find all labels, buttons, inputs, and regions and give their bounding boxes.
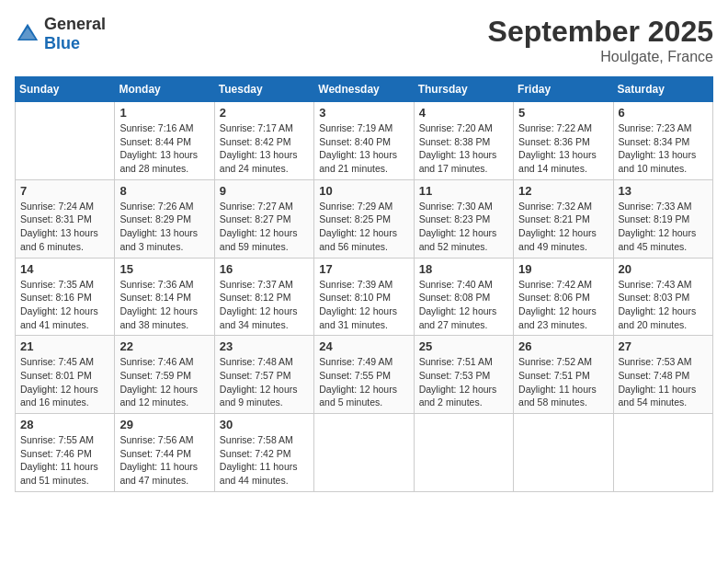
day-number: 10 xyxy=(319,184,408,198)
day-cell: 22Sunrise: 7:46 AMSunset: 7:59 PMDayligh… xyxy=(115,336,214,414)
day-number: 20 xyxy=(619,262,708,276)
day-info: Sunrise: 7:20 AMSunset: 8:38 PMDaylight:… xyxy=(419,121,508,176)
day-info: Sunrise: 7:45 AMSunset: 8:01 PMDaylight:… xyxy=(20,355,109,409)
day-info: Sunrise: 7:46 AMSunset: 7:59 PMDaylight:… xyxy=(119,355,209,409)
day-number: 22 xyxy=(119,339,209,353)
col-header-wednesday: Wednesday xyxy=(314,77,414,102)
day-info: Sunrise: 7:26 AMSunset: 8:29 PMDaylight:… xyxy=(119,200,209,254)
week-row-5: 28Sunrise: 7:55 AMSunset: 7:46 PMDayligh… xyxy=(16,414,713,492)
day-number: 11 xyxy=(419,184,508,198)
day-number: 27 xyxy=(619,339,708,353)
day-cell xyxy=(514,414,613,492)
day-cell: 9Sunrise: 7:27 AMSunset: 8:27 PMDaylight… xyxy=(214,179,313,258)
day-number: 14 xyxy=(20,262,109,276)
week-row-2: 7Sunrise: 7:24 AMSunset: 8:31 PMDaylight… xyxy=(16,179,713,258)
day-cell: 27Sunrise: 7:53 AMSunset: 7:48 PMDayligh… xyxy=(613,336,712,414)
day-cell: 12Sunrise: 7:32 AMSunset: 8:21 PMDayligh… xyxy=(514,179,613,258)
day-number: 3 xyxy=(319,106,408,120)
day-number: 16 xyxy=(220,262,309,276)
col-header-monday: Monday xyxy=(115,77,214,102)
day-number: 24 xyxy=(319,339,408,353)
day-info: Sunrise: 7:22 AMSunset: 8:36 PMDaylight:… xyxy=(518,121,608,176)
day-number: 26 xyxy=(518,339,608,353)
day-number: 2 xyxy=(220,106,309,120)
day-number: 17 xyxy=(319,262,408,276)
day-info: Sunrise: 7:42 AMSunset: 8:06 PMDaylight:… xyxy=(518,278,608,332)
day-number: 7 xyxy=(20,184,109,198)
day-info: Sunrise: 7:33 AMSunset: 8:19 PMDaylight:… xyxy=(619,200,708,254)
day-info: Sunrise: 7:49 AMSunset: 7:55 PMDaylight:… xyxy=(319,355,408,409)
logo-general-text: General xyxy=(44,15,106,33)
day-info: Sunrise: 7:43 AMSunset: 8:03 PMDaylight:… xyxy=(619,278,708,332)
day-cell: 2Sunrise: 7:17 AMSunset: 8:42 PMDaylight… xyxy=(214,102,313,180)
day-info: Sunrise: 7:35 AMSunset: 8:16 PMDaylight:… xyxy=(20,278,109,332)
day-number: 29 xyxy=(119,418,209,431)
day-number: 9 xyxy=(220,184,309,198)
day-info: Sunrise: 7:27 AMSunset: 8:27 PMDaylight:… xyxy=(220,200,309,254)
day-info: Sunrise: 7:55 AMSunset: 7:46 PMDaylight:… xyxy=(20,433,109,488)
day-cell: 5Sunrise: 7:22 AMSunset: 8:36 PMDaylight… xyxy=(514,102,613,180)
col-header-tuesday: Tuesday xyxy=(214,77,313,102)
day-info: Sunrise: 7:48 AMSunset: 7:57 PMDaylight:… xyxy=(220,355,309,409)
day-info: Sunrise: 7:19 AMSunset: 8:40 PMDaylight:… xyxy=(319,121,408,176)
day-cell: 1Sunrise: 7:16 AMSunset: 8:44 PMDaylight… xyxy=(115,102,214,180)
day-number: 5 xyxy=(518,106,608,120)
day-info: Sunrise: 7:29 AMSunset: 8:25 PMDaylight:… xyxy=(319,200,408,254)
day-info: Sunrise: 7:53 AMSunset: 7:48 PMDaylight:… xyxy=(619,355,708,409)
day-info: Sunrise: 7:23 AMSunset: 8:34 PMDaylight:… xyxy=(619,121,708,176)
day-number: 19 xyxy=(518,262,608,276)
day-cell: 7Sunrise: 7:24 AMSunset: 8:31 PMDaylight… xyxy=(16,179,115,258)
day-number: 8 xyxy=(119,184,209,198)
day-cell: 16Sunrise: 7:37 AMSunset: 8:12 PMDayligh… xyxy=(214,258,313,336)
day-info: Sunrise: 7:52 AMSunset: 7:51 PMDaylight:… xyxy=(518,355,608,409)
day-cell: 23Sunrise: 7:48 AMSunset: 7:57 PMDayligh… xyxy=(214,336,313,414)
day-number: 18 xyxy=(419,262,508,276)
day-number: 28 xyxy=(20,418,109,431)
day-info: Sunrise: 7:30 AMSunset: 8:23 PMDaylight:… xyxy=(419,200,508,254)
day-info: Sunrise: 7:24 AMSunset: 8:31 PMDaylight:… xyxy=(20,200,109,254)
col-header-friday: Friday xyxy=(514,77,613,102)
month-title: September 2025 xyxy=(488,15,713,49)
day-cell xyxy=(314,414,414,492)
day-cell: 25Sunrise: 7:51 AMSunset: 7:53 PMDayligh… xyxy=(414,336,513,414)
location-title: Houlgate, France xyxy=(488,49,713,65)
logo: General Blue xyxy=(15,15,106,53)
day-cell: 24Sunrise: 7:49 AMSunset: 7:55 PMDayligh… xyxy=(314,336,414,414)
week-row-4: 21Sunrise: 7:45 AMSunset: 8:01 PMDayligh… xyxy=(16,336,713,414)
day-cell: 29Sunrise: 7:56 AMSunset: 7:44 PMDayligh… xyxy=(115,414,214,492)
day-cell: 8Sunrise: 7:26 AMSunset: 8:29 PMDaylight… xyxy=(115,179,214,258)
day-cell: 30Sunrise: 7:58 AMSunset: 7:42 PMDayligh… xyxy=(214,414,313,492)
page-header: General Blue September 2025 Houlgate, Fr… xyxy=(15,15,713,65)
logo-blue-text: Blue xyxy=(44,34,80,52)
day-number: 1 xyxy=(119,106,209,120)
col-header-saturday: Saturday xyxy=(613,77,712,102)
day-cell: 13Sunrise: 7:33 AMSunset: 8:19 PMDayligh… xyxy=(613,179,712,258)
day-cell: 20Sunrise: 7:43 AMSunset: 8:03 PMDayligh… xyxy=(613,258,712,336)
day-cell: 6Sunrise: 7:23 AMSunset: 8:34 PMDaylight… xyxy=(613,102,712,180)
logo-icon xyxy=(15,21,40,47)
day-number: 30 xyxy=(220,418,309,431)
day-cell: 3Sunrise: 7:19 AMSunset: 8:40 PMDaylight… xyxy=(314,102,414,180)
calendar-table: SundayMondayTuesdayWednesdayThursdayFrid… xyxy=(15,76,713,492)
day-info: Sunrise: 7:58 AMSunset: 7:42 PMDaylight:… xyxy=(220,433,309,488)
day-cell xyxy=(16,102,115,180)
day-cell: 19Sunrise: 7:42 AMSunset: 8:06 PMDayligh… xyxy=(514,258,613,336)
day-cell: 11Sunrise: 7:30 AMSunset: 8:23 PMDayligh… xyxy=(414,179,513,258)
day-info: Sunrise: 7:32 AMSunset: 8:21 PMDaylight:… xyxy=(518,200,608,254)
day-cell: 17Sunrise: 7:39 AMSunset: 8:10 PMDayligh… xyxy=(314,258,414,336)
day-cell: 14Sunrise: 7:35 AMSunset: 8:16 PMDayligh… xyxy=(16,258,115,336)
day-info: Sunrise: 7:56 AMSunset: 7:44 PMDaylight:… xyxy=(119,433,209,488)
day-info: Sunrise: 7:16 AMSunset: 8:44 PMDaylight:… xyxy=(119,121,209,176)
day-number: 12 xyxy=(518,184,608,198)
day-info: Sunrise: 7:17 AMSunset: 8:42 PMDaylight:… xyxy=(220,121,309,176)
day-cell: 21Sunrise: 7:45 AMSunset: 8:01 PMDayligh… xyxy=(16,336,115,414)
week-row-3: 14Sunrise: 7:35 AMSunset: 8:16 PMDayligh… xyxy=(16,258,713,336)
day-number: 21 xyxy=(20,339,109,353)
day-number: 13 xyxy=(619,184,708,198)
day-info: Sunrise: 7:51 AMSunset: 7:53 PMDaylight:… xyxy=(419,355,508,409)
day-cell: 10Sunrise: 7:29 AMSunset: 8:25 PMDayligh… xyxy=(314,179,414,258)
day-info: Sunrise: 7:37 AMSunset: 8:12 PMDaylight:… xyxy=(220,278,309,332)
day-cell xyxy=(613,414,712,492)
day-cell: 15Sunrise: 7:36 AMSunset: 8:14 PMDayligh… xyxy=(115,258,214,336)
day-info: Sunrise: 7:40 AMSunset: 8:08 PMDaylight:… xyxy=(419,278,508,332)
